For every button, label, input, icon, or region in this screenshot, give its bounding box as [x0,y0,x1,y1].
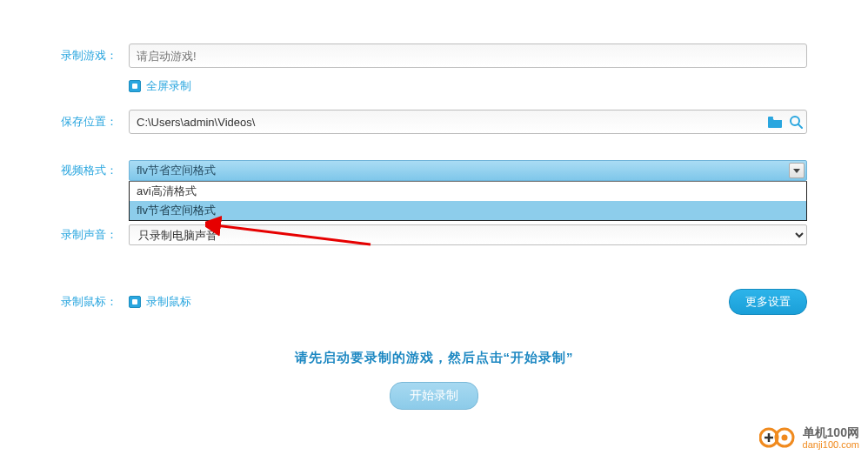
fullscreen-checkbox[interactable] [129,80,141,92]
watermark: 单机100网 danji100.com [759,426,859,450]
start-record-button[interactable]: 开始录制 [390,382,478,410]
more-settings-button[interactable]: 更多设置 [729,289,807,315]
audio-select[interactable]: 只录制电脑声音 [129,224,807,245]
watermark-url: danji100.com [803,439,859,450]
save-path-input[interactable] [130,110,765,133]
mouse-label: 录制鼠标 [146,294,191,310]
svg-rect-0 [768,117,773,119]
mouse-checkbox[interactable] [129,296,141,308]
search-icon[interactable] [785,110,806,133]
label-video-format: 视频格式： [61,163,129,178]
label-record-mouse: 录制鼠标： [61,294,129,310]
video-format-dropdown: avi高清格式 flv节省空间格式 [129,181,807,221]
game-input[interactable] [129,43,807,68]
fullscreen-label: 全屏录制 [146,78,191,94]
watermark-logo-icon [759,426,796,449]
label-record-audio: 录制声音： [61,227,129,243]
svg-line-2 [798,124,802,128]
watermark-title: 单机100网 [803,426,859,439]
label-save-location: 保存位置： [61,114,129,130]
video-format-select[interactable]: flv节省空间格式 [129,160,807,181]
folder-icon[interactable] [765,110,785,133]
video-format-selected: flv节省空间格式 [137,163,216,178]
svg-point-8 [781,435,787,441]
video-format-option-flv[interactable]: flv节省空间格式 [130,201,806,220]
label-record-game: 录制游戏： [61,48,129,64]
prompt-text: 请先启动要录制的游戏，然后点击“开始录制” [61,350,807,366]
chevron-down-icon[interactable] [789,163,805,178]
video-format-option-avi[interactable]: avi高清格式 [130,182,806,201]
